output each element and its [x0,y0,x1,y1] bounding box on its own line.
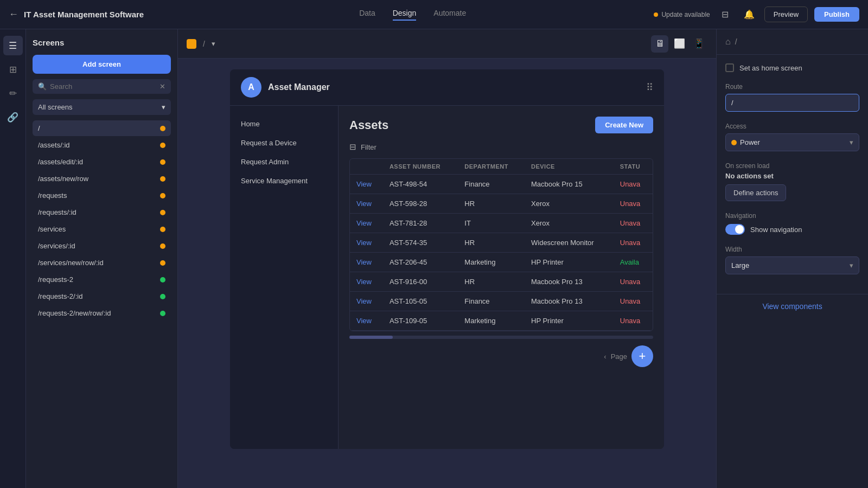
screen-item-services-new-row-id[interactable]: /services/new/row/:id [33,255,171,271]
navigation-label: Navigation [725,212,859,220]
right-panel-breadcrumb-slash: / [735,37,737,46]
device-cell: Macbook Pro 13 [525,292,614,311]
asset-number-cell: AST-574-35 [383,233,458,253]
search-input[interactable] [50,82,156,91]
screen-item-requests-2[interactable]: /requests-2 [33,272,171,287]
tab-data[interactable]: Data [359,9,375,21]
screen-item-root[interactable]: / [33,120,171,136]
breadcrumb-dropdown[interactable]: ▾ [212,40,215,48]
filter-row: ⊟ Filter [349,142,653,152]
components-icon-btn[interactable]: ⊞ [3,60,23,79]
set-home-row: Set as home screen [725,63,859,72]
filter-icon: ⊟ [349,142,356,152]
screen-path: /services/:id [38,242,75,250]
add-screen-button[interactable]: Add screen [33,55,171,74]
screen-item-requests-id[interactable]: /requests/:id [33,204,171,220]
screen-item-assets-new-row[interactable]: /assets/new/row [33,171,171,187]
asset-number-cell: AST-781-28 [383,214,458,233]
filter-label[interactable]: Filter [361,143,376,151]
screen-item-requests-2-new-row-id[interactable]: /requests-2/new/row/:id [33,305,171,321]
canvas-area: / ▾ 🖥 ⬜ 📱 A Asset Manager ⠿ [178,29,716,488]
screen-path: /requests/:id [38,208,76,216]
topbar-nav: Data Design Automate [171,9,654,21]
status-cell: Unava [614,272,653,292]
right-panel: ⌂ / Set as home screen Route Access Po [716,29,868,488]
view-link[interactable]: View [356,278,372,286]
prev-page-btn[interactable]: ‹ [604,352,606,361]
department-cell: Marketing [458,311,525,331]
device-cell: Macbook Pro 13 [525,272,614,292]
update-label: Update available [661,11,710,18]
width-dropdown[interactable]: Large ▾ [725,256,859,274]
view-components-button[interactable]: View components [717,294,868,318]
view-link[interactable]: View [356,297,372,305]
home-screen-checkbox[interactable] [725,63,734,72]
nav-item-home[interactable]: Home [230,114,338,133]
width-label: Width [725,246,859,253]
nav-item-service-management[interactable]: Service Management [230,171,338,190]
col-header-status: STATU [614,159,653,175]
breadcrumb-slash: / [203,40,205,48]
device-cell: Widescreen Monitor [525,233,614,253]
view-link[interactable]: View [356,200,372,208]
status-cell: Unava [614,175,653,194]
breadcrumb-dot [187,39,196,49]
add-page-button[interactable]: + [631,345,653,367]
tab-automate[interactable]: Automate [433,9,466,21]
screen-dot [160,210,165,215]
search-icon: 🔍 [38,82,47,91]
screen-item-requests-2-id[interactable]: /requests-2/:id [33,288,171,304]
screen-item-services-id[interactable]: /services/:id [33,238,171,254]
device-cell: HP Printer [525,311,614,331]
route-input[interactable] [725,94,859,112]
col-header-action [350,159,383,175]
route-label: Route [725,83,859,91]
asset-number-cell: AST-498-54 [383,175,458,194]
status-cell: Unava [614,233,653,253]
view-link[interactable]: View [356,219,372,227]
status-cell: Unava [614,214,653,233]
monitor-icon-btn[interactable]: ⊟ [717,6,734,23]
right-panel-body: Set as home screen Route Access Power ▾ [717,55,868,294]
screens-panel: Screens Add screen 🔍 ✕ All screens ▾ / /… [26,29,178,488]
view-link[interactable]: View [356,317,372,325]
screens-filter-dropdown[interactable]: All screens ▾ [33,99,171,115]
col-header-department: DEPARTMENT [458,159,525,175]
mobile-view-btn[interactable]: 📱 [690,35,707,53]
status-cell: Availa [614,253,653,272]
tablet-view-btn[interactable]: ⬜ [671,35,688,53]
screen-path: /assets/:id [38,141,70,149]
preview-button[interactable]: Preview [764,7,808,22]
tab-design[interactable]: Design [393,9,417,21]
horizontal-scrollbar[interactable] [349,336,653,339]
nav-item-request-device[interactable]: Request a Device [230,133,338,152]
create-new-button[interactable]: Create New [595,117,653,133]
view-link[interactable]: View [356,258,372,266]
home-icon: ⌂ [725,37,731,47]
back-button[interactable]: ← [9,9,18,20]
define-actions-button[interactable]: Define actions [725,184,786,201]
screen-item-services[interactable]: /services [33,221,171,237]
screen-dot [160,311,165,316]
table-row: View AST-105-05 Finance Macbook Pro 13 U… [350,292,653,311]
screen-item-assets-edit-id[interactable]: /assets/edit/:id [33,154,171,170]
access-dropdown[interactable]: Power ▾ [725,133,859,151]
styles-icon-btn[interactable]: ✏ [3,84,23,103]
asset-number-cell: AST-916-00 [383,272,458,292]
settings-icon-btn[interactable]: 🔔 [741,6,758,23]
set-home-label: Set as home screen [739,64,802,72]
screen-item-requests[interactable]: /requests [33,188,171,203]
screen-item-assets-id[interactable]: /assets/:id [33,137,171,153]
department-cell: Finance [458,175,525,194]
links-icon-btn[interactable]: 🔗 [3,107,23,127]
desktop-view-btn[interactable]: 🖥 [651,35,668,53]
publish-button[interactable]: Publish [814,7,859,22]
screens-icon-btn[interactable]: ☰ [3,36,23,55]
nav-item-request-admin[interactable]: Request Admin [230,152,338,171]
clear-icon[interactable]: ✕ [159,82,165,91]
screen-path: / [38,124,40,132]
topbar-left: ← IT Asset Management Software [9,9,171,20]
view-link[interactable]: View [356,180,372,188]
show-navigation-toggle[interactable] [725,224,745,235]
view-link[interactable]: View [356,239,372,247]
